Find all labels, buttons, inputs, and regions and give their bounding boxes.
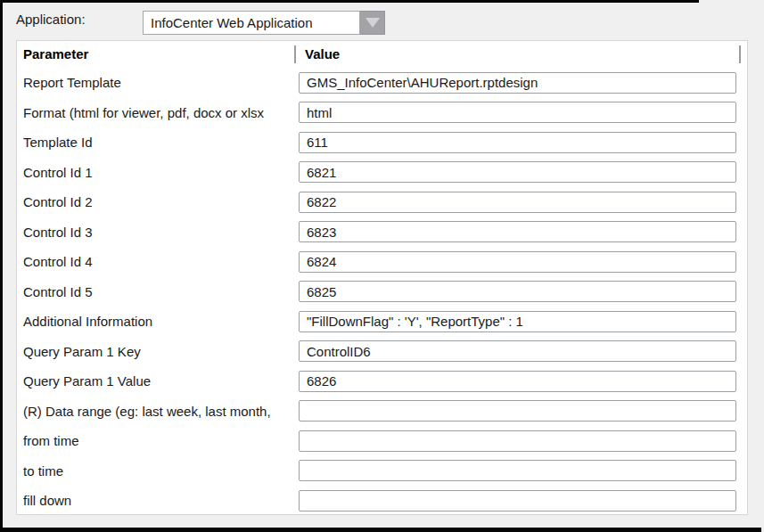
table-row: Control Id 2	[17, 187, 747, 217]
value-input[interactable]	[299, 251, 736, 273]
value-input[interactable]	[299, 281, 736, 302]
table-row: from time	[17, 426, 747, 456]
table-row: to time	[17, 456, 747, 487]
parameter-label: Control Id 5	[23, 277, 93, 307]
value-input[interactable]	[299, 72, 736, 94]
table-row: (R) Data range (eg: last week, last mont…	[17, 397, 747, 427]
application-dropdown-button[interactable]	[360, 11, 385, 35]
value-input[interactable]	[299, 192, 736, 213]
application-dropdown[interactable]: InfoCenter Web Application	[143, 11, 385, 35]
parameter-label: Report Template	[23, 68, 121, 98]
value-input[interactable]	[299, 311, 736, 332]
table-body: Report Template Format (html for viewer,…	[17, 68, 747, 516]
window-border-top	[0, 0, 699, 3]
parameter-label: fill down	[23, 486, 71, 516]
parameter-label: Control Id 4	[23, 247, 93, 277]
parameter-column-header: Parameter	[23, 41, 88, 68]
value-input[interactable]	[299, 400, 736, 422]
value-input[interactable]	[299, 340, 736, 362]
parameter-label: Query Param 1 Value	[23, 366, 151, 397]
application-dropdown-value[interactable]: InfoCenter Web Application	[143, 11, 360, 35]
table-row: Control Id 3	[17, 217, 747, 248]
table-row: Report Template	[17, 68, 747, 98]
value-input[interactable]	[299, 371, 736, 392]
value-input[interactable]	[299, 221, 736, 242]
app-window: Application: InfoCenter Web Application …	[0, 0, 764, 532]
parameter-label: Template Id	[23, 127, 93, 158]
triangle-down-icon	[366, 18, 380, 28]
parameter-label: Control Id 3	[23, 217, 93, 248]
table-row: Additional Information	[17, 307, 747, 337]
value-input[interactable]	[299, 161, 736, 183]
parameter-table: Parameter Value Report Template Format (…	[16, 40, 748, 515]
value-column-header: Value	[305, 41, 340, 68]
table-row: Control Id 4	[17, 247, 747, 277]
parameter-label: Control Id 1	[23, 158, 93, 188]
value-input[interactable]	[299, 132, 736, 153]
value-input[interactable]	[299, 460, 736, 481]
parameter-label: (R) Data range (eg: last week, last mont…	[23, 397, 271, 427]
table-row: Query Param 1 Value	[17, 366, 747, 397]
value-input[interactable]	[299, 102, 736, 123]
parameter-label: Format (html for viewer, pdf, docx or xl…	[23, 98, 264, 128]
value-input[interactable]	[299, 430, 736, 452]
window-border-left	[0, 0, 3, 532]
parameter-label: from time	[23, 426, 79, 456]
table-row: Query Param 1 Key	[17, 337, 747, 367]
parameter-label: Control Id 2	[23, 187, 93, 217]
column-separator	[739, 45, 741, 63]
parameter-label: Query Param 1 Key	[23, 337, 141, 367]
application-label: Application:	[16, 12, 86, 27]
parameter-label: Additional Information	[23, 307, 152, 337]
table-row: fill down	[17, 486, 747, 516]
table-row: Format (html for viewer, pdf, docx or xl…	[17, 98, 747, 128]
table-header: Parameter Value	[17, 41, 747, 68]
table-row: Control Id 5	[17, 277, 747, 307]
column-separator	[294, 45, 296, 63]
value-input[interactable]	[299, 490, 736, 512]
window-border-bottom	[0, 528, 761, 532]
table-row: Template Id	[17, 127, 747, 158]
parameter-label: to time	[23, 456, 63, 487]
table-row: Control Id 1	[17, 158, 747, 188]
